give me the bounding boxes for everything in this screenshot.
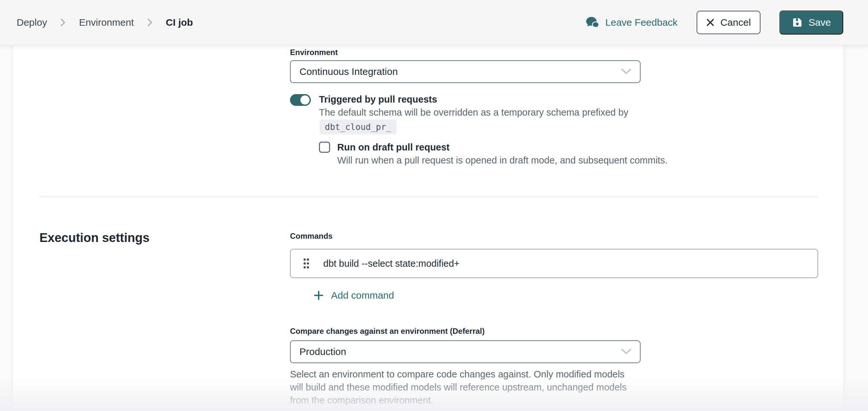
settings-panel: Environment Continuous Integration Trigg… [13,45,843,411]
cancel-button[interactable]: Cancel [696,11,761,34]
pr-trigger-toggle[interactable] [290,94,311,106]
plus-icon [313,290,324,301]
topbar: Deploy Environment CI job Leave Feedback… [0,0,868,45]
breadcrumb: Deploy Environment CI job [17,17,193,28]
command-row[interactable]: dbt build --select state:modified+ [290,249,818,278]
drag-handle-icon[interactable] [302,257,310,270]
deferral-field-label: Compare changes against an environment (… [290,327,485,336]
chevron-down-icon [620,346,632,357]
command-input[interactable]: dbt build --select state:modified+ [323,258,459,269]
chevron-right-icon [147,18,153,27]
section-divider [39,196,818,197]
toggle-knob [301,95,310,104]
environment-select[interactable]: Continuous Integration [290,60,641,83]
breadcrumb-item-deploy[interactable]: Deploy [17,17,47,28]
add-command-button[interactable]: Add command [313,287,394,304]
save-button-label: Save [809,17,831,28]
topbar-actions: Leave Feedback Cancel Save [586,10,843,34]
execution-settings-heading: Execution settings [39,231,150,245]
cancel-button-label: Cancel [720,17,751,28]
leave-feedback-link[interactable]: Leave Feedback [586,16,678,29]
draft-pr-checkbox[interactable] [319,142,330,153]
chat-bubbles-icon [586,16,599,29]
chevron-down-icon [620,66,632,77]
deferral-select[interactable]: Production [290,340,641,363]
environment-select-value: Continuous Integration [300,66,398,77]
deferral-select-value: Production [300,346,346,357]
commands-label: Commands [290,231,333,241]
chevron-right-icon [60,18,66,27]
pr-trigger-title: Triggered by pull requests [319,94,437,105]
pr-trigger-description: The default schema will be overridden as… [319,107,628,118]
breadcrumb-item-environment[interactable]: Environment [79,17,133,28]
draft-pr-description: Will run when a pull request is opened i… [337,155,668,166]
add-command-label: Add command [331,290,394,301]
x-icon [706,18,715,27]
deferral-description: Select an environment to compare code ch… [290,368,634,407]
environment-field-label: Environment [290,48,338,57]
schema-prefix-code: dbt_cloud_pr_ [320,120,397,134]
leave-feedback-label: Leave Feedback [606,17,678,28]
floppy-disk-icon [792,17,803,28]
draft-pr-title: Run on draft pull request [337,142,450,153]
breadcrumb-item-ci-job: CI job [166,17,193,28]
save-button[interactable]: Save [779,10,843,34]
